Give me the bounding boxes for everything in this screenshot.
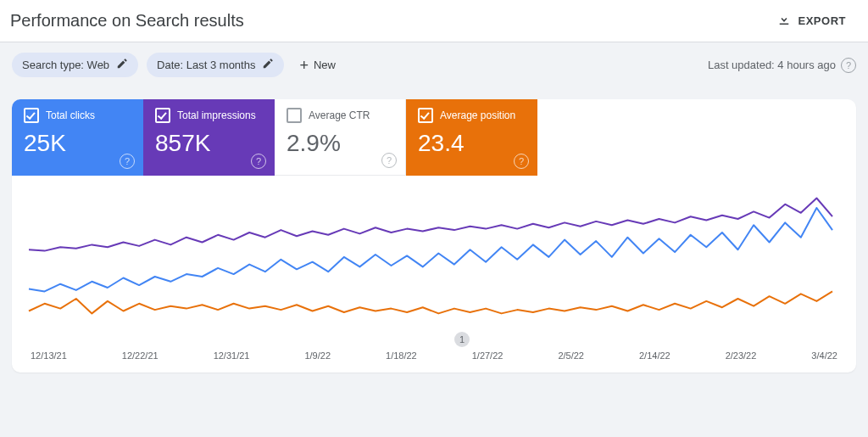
x-tick: 2/23/22 xyxy=(726,350,757,361)
x-axis-labels: 12/13/2112/22/2112/31/211/9/221/18/221/2… xyxy=(24,350,844,366)
add-filter-label: New xyxy=(314,59,336,71)
annotation-marker[interactable]: 1 xyxy=(454,332,470,347)
tile-total-impressions[interactable]: Total impressions 857K ? xyxy=(143,99,275,176)
plus-icon: + xyxy=(299,59,309,71)
series-average-position xyxy=(29,291,832,313)
tile-value: 23.4 xyxy=(418,130,526,157)
x-tick: 2/14/22 xyxy=(639,350,670,361)
checkbox-checked-icon xyxy=(155,108,170,123)
tile-label: Average position xyxy=(440,109,515,121)
checkbox-unchecked-icon xyxy=(287,108,302,123)
x-tick: 12/22/21 xyxy=(122,350,159,361)
search-type-chip[interactable]: Search type: Web xyxy=(12,53,138,77)
tile-average-ctr[interactable]: Average CTR 2.9% ? xyxy=(275,99,406,176)
add-filter-button[interactable]: + New xyxy=(292,53,342,76)
export-button[interactable]: EXPORT xyxy=(771,8,851,33)
checkbox-checked-icon xyxy=(24,108,39,123)
pencil-icon xyxy=(116,58,128,72)
tile-average-position[interactable]: Average position 23.4 ? xyxy=(406,99,537,176)
series-total-clicks xyxy=(29,208,832,291)
help-icon[interactable]: ? xyxy=(251,154,266,169)
tile-label: Total clicks xyxy=(46,109,95,121)
metric-tiles: Total clicks 25K ? Total impressions 857… xyxy=(12,99,856,176)
x-tick: 12/13/21 xyxy=(31,350,67,361)
date-range-label: Date: Last 3 months xyxy=(157,59,255,71)
line-chart xyxy=(24,181,837,350)
download-icon xyxy=(776,12,792,30)
tile-value: 25K xyxy=(24,130,131,157)
tile-label: Average CTR xyxy=(309,109,370,121)
tile-label: Total impressions xyxy=(177,109,256,121)
tile-value: 857K xyxy=(155,130,263,157)
help-icon[interactable]: ? xyxy=(841,58,856,73)
checkbox-checked-icon xyxy=(418,108,433,123)
page-title: Performance on Search results xyxy=(10,11,244,31)
x-tick: 1/27/22 xyxy=(472,350,504,361)
tile-value: 2.9% xyxy=(287,130,393,157)
tile-total-clicks[interactable]: Total clicks 25K ? xyxy=(12,99,143,176)
x-tick: 1/9/22 xyxy=(304,350,331,361)
performance-card: Total clicks 25K ? Total impressions 857… xyxy=(12,99,856,373)
pencil-icon xyxy=(262,58,274,72)
chart-area: 1 12/13/2112/22/2112/31/211/9/221/18/221… xyxy=(12,176,856,373)
x-tick: 3/4/22 xyxy=(811,350,837,361)
help-icon[interactable]: ? xyxy=(514,154,529,169)
last-updated: Last updated: 4 hours ago ? xyxy=(708,58,856,73)
last-updated-text: Last updated: 4 hours ago xyxy=(708,59,836,71)
x-tick: 1/18/22 xyxy=(386,350,417,361)
x-tick: 2/5/22 xyxy=(558,350,584,361)
date-range-chip[interactable]: Date: Last 3 months xyxy=(147,53,284,77)
help-icon[interactable]: ? xyxy=(381,153,397,168)
help-icon[interactable]: ? xyxy=(120,154,135,169)
x-tick: 12/31/21 xyxy=(214,350,250,361)
export-label: EXPORT xyxy=(798,14,846,27)
search-type-label: Search type: Web xyxy=(22,59,109,71)
